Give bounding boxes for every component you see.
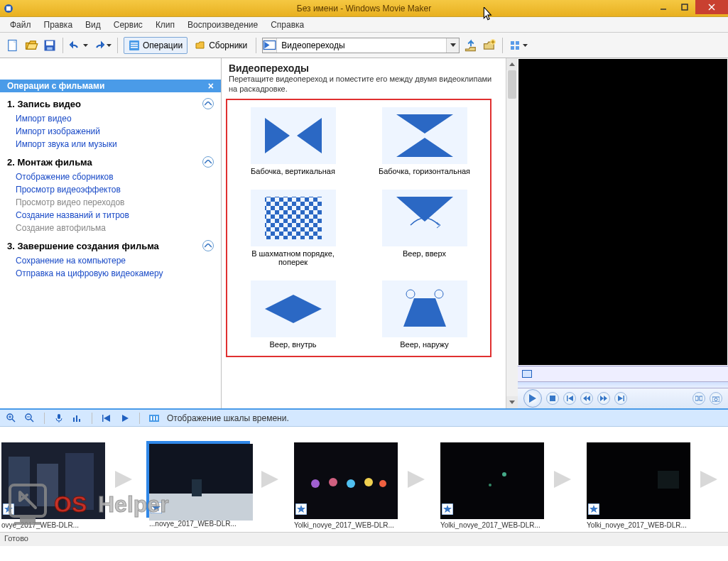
preview-size-icon[interactable]: [522, 370, 532, 378]
redo-button[interactable]: [92, 40, 112, 51]
sidebar-close-icon[interactable]: ×: [208, 80, 214, 92]
new-folder-icon[interactable]: [482, 38, 496, 53]
save-icon[interactable]: [43, 38, 57, 53]
scroll-down-icon[interactable]: [506, 396, 518, 408]
menu-clip[interactable]: Клип: [150, 18, 180, 31]
snapshot-button[interactable]: [710, 392, 722, 405]
tasks-button[interactable]: Операции: [124, 37, 188, 54]
clip-thumb[interactable]: ...novye_2017_WEB-DLR...: [146, 441, 250, 518]
collapse-icon[interactable]: [202, 240, 214, 251]
menu-edit[interactable]: Правка: [38, 18, 79, 31]
svg-rect-49: [9, 457, 30, 506]
transition-slot[interactable]: [545, 458, 582, 501]
svg-rect-12: [131, 45, 138, 46]
story-cell: ovye_2017_WEB-DLR...: [0, 441, 146, 518]
open-icon[interactable]: [24, 38, 38, 53]
svg-rect-39: [58, 414, 60, 419]
preview-toolbar: [518, 366, 728, 381]
location-combo[interactable]: Видеопереходы: [262, 38, 460, 53]
transition-slot[interactable]: [253, 458, 290, 501]
sidebar-link[interactable]: Просмотр видеоэффектов: [0, 183, 221, 196]
sidebar-section-title[interactable]: 1. Запись видео: [0, 92, 221, 112]
play-button[interactable]: [523, 389, 542, 408]
menu-file[interactable]: Файл: [4, 18, 37, 31]
sidebar-link[interactable]: Отправка на цифровую видеокамеру: [0, 267, 221, 280]
split-button[interactable]: [692, 392, 705, 405]
timeline-view-icon[interactable]: [148, 413, 160, 424]
prev-button[interactable]: [563, 392, 576, 405]
svg-rect-1: [6, 6, 11, 11]
sidebar-link[interactable]: Сохранение на компьютере: [0, 254, 221, 267]
clip-thumb[interactable]: Yolki_novye_2017_WEB-DLR...: [439, 441, 543, 518]
transition-item[interactable]: Бабочка, вертикальная: [234, 107, 352, 175]
sidebar-link[interactable]: Импорт изображений: [0, 125, 221, 138]
svg-rect-11: [131, 43, 138, 44]
svg-rect-45: [151, 416, 152, 420]
scroll-thumb[interactable]: [508, 70, 516, 99]
clip-thumb[interactable]: Yolki_novye_2017_WEB-DLR...: [293, 441, 396, 518]
forward-button[interactable]: [597, 392, 610, 405]
maximize-button[interactable]: [674, 0, 695, 14]
sidebar-link[interactable]: Импорт звука или музыки: [0, 138, 221, 151]
menu-view[interactable]: Вид: [80, 18, 107, 31]
separator: [117, 38, 118, 53]
sidebar-section-title[interactable]: 2. Монтаж фильма: [0, 151, 221, 170]
tl-rewind-icon[interactable]: [101, 413, 112, 424]
zoom-in-icon[interactable]: [6, 413, 17, 424]
menubar: Файл Правка Вид Сервис Клип Воспроизведе…: [0, 17, 728, 33]
transition-slot[interactable]: [692, 458, 728, 501]
scroll-up-icon[interactable]: [506, 58, 518, 70]
transition-item[interactable]: Бабочка, горизонтальная: [366, 107, 483, 175]
clip-thumb[interactable]: Yolki_novye_2017_WEB-DLR...: [585, 441, 689, 518]
menu-help[interactable]: Справка: [265, 18, 310, 31]
svg-rect-28: [695, 396, 698, 401]
transition-item[interactable]: В шахматном порядке, поперек: [234, 190, 352, 266]
statusbar: Готово: [0, 532, 728, 546]
window-buttons: [653, 0, 728, 14]
clip-thumb[interactable]: ovye_2017_WEB-DLR...: [0, 441, 104, 518]
stop-button[interactable]: [546, 392, 559, 405]
sidebar-link[interactable]: Импорт видео: [0, 112, 221, 125]
transition-item[interactable]: Веер, внутрь: [234, 280, 352, 349]
chevron-down-icon[interactable]: [446, 38, 459, 53]
menu-service[interactable]: Сервис: [108, 18, 148, 31]
transition-slot[interactable]: [399, 458, 436, 501]
collapse-icon[interactable]: [202, 156, 214, 168]
minimize-button[interactable]: [653, 0, 674, 14]
sidebar-link[interactable]: Создание названий и титров: [0, 209, 221, 222]
transition-label: Веер, вверх: [403, 249, 446, 258]
rewind-button[interactable]: [580, 392, 593, 405]
audio-levels-icon[interactable]: [72, 413, 83, 424]
transition-item[interactable]: Веер, вверх: [366, 190, 483, 266]
transition-item[interactable]: Веер, наружу: [366, 280, 483, 349]
mic-icon[interactable]: [53, 413, 65, 424]
collapse-icon[interactable]: [202, 98, 214, 109]
scrollbar[interactable]: [506, 58, 518, 408]
sidebar-section-title[interactable]: 3. Завершение создания фильма: [0, 234, 221, 254]
sidebar-title: Операции с фильмами: [7, 81, 104, 91]
zoom-out-icon[interactable]: [24, 413, 36, 424]
transition-icon: [263, 38, 277, 53]
new-icon[interactable]: [6, 38, 20, 53]
transition-slot[interactable]: [107, 458, 143, 501]
svg-rect-13: [131, 47, 138, 48]
story-cell: Yolki_novye_2017_WEB-DLR...: [439, 441, 585, 518]
svg-rect-54: [149, 494, 253, 521]
status-text: Готово: [4, 534, 28, 543]
nav-up-icon[interactable]: [464, 38, 478, 53]
svg-rect-47: [156, 416, 158, 420]
collections-button[interactable]: Сборники: [192, 38, 250, 53]
next-button[interactable]: [614, 392, 627, 405]
content: Видеопереходы Перетащите видеопереход и …: [222, 58, 728, 408]
transition-label: Бабочка, горизонтальная: [379, 167, 470, 175]
tl-play-icon[interactable]: [119, 413, 131, 424]
sidebar-link[interactable]: Отображение сборников: [0, 170, 221, 183]
seek-bar[interactable]: [518, 381, 728, 388]
view-button[interactable]: [509, 40, 528, 51]
clip-caption: ...novye_2017_WEB-DLR...: [149, 520, 247, 528]
storyboard[interactable]: ovye_2017_WEB-DLR......novye_2017_WEB-DL…: [0, 427, 728, 532]
svg-point-59: [329, 478, 337, 486]
menu-play[interactable]: Воспроизведение: [182, 18, 264, 31]
close-button[interactable]: [695, 0, 728, 14]
undo-button[interactable]: [69, 40, 88, 51]
